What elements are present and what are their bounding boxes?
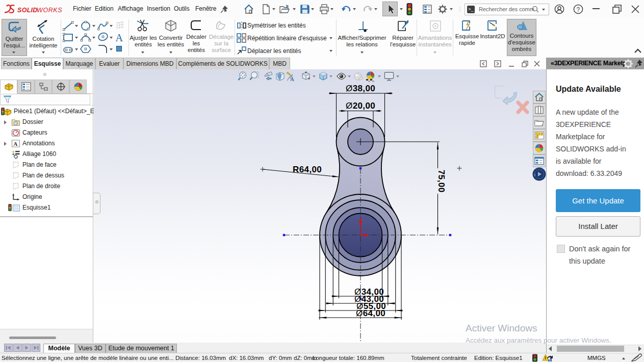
svg-text:A: A — [115, 32, 123, 43]
svg-text:Ø20,00: Ø20,00 — [346, 101, 375, 111]
svg-text:75,00: 75,00 — [436, 170, 446, 193]
svg-text:WORKS: WORKS — [37, 7, 62, 14]
svg-text:x: x — [534, 173, 536, 176]
svg-text:Ø38,00: Ø38,00 — [346, 84, 375, 93]
svg-text:Ø64,00: Ø64,00 — [356, 308, 385, 318]
svg-text:A: A — [13, 141, 18, 147]
svg-text:SOLID: SOLID — [17, 7, 38, 14]
svg-text:R64,00: R64,00 — [293, 165, 322, 174]
svg-text:?: ? — [577, 6, 580, 13]
svg-text:!: ! — [545, 355, 546, 360]
